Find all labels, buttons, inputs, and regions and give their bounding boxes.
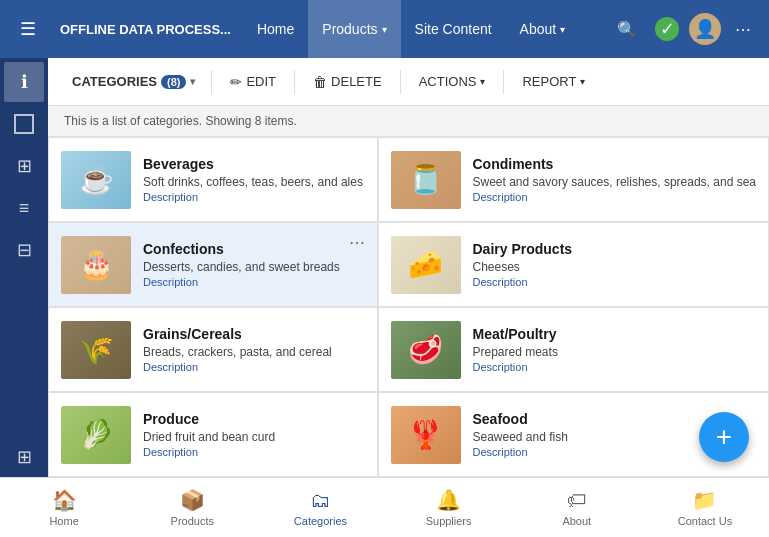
category-info: Condiments Sweet and savory sauces, reli… [473, 156, 757, 203]
category-name: Grains/Cereals [143, 326, 365, 342]
nav-site-content[interactable]: Site Content [401, 0, 506, 58]
tiles-icon: ⊟ [17, 239, 32, 261]
report-button[interactable]: REPORT ▾ [512, 68, 595, 95]
delete-button[interactable]: 🗑 DELETE [303, 68, 392, 96]
fab-button[interactable]: + [699, 412, 749, 462]
hamburger-icon: ☰ [20, 18, 36, 40]
category-info: Grains/Cereals Breads, crackers, pasta, … [143, 326, 365, 373]
bottom-nav-label: Suppliers [426, 515, 472, 527]
info-bar: This is a list of categories. Showing 8 … [48, 106, 769, 137]
category-card[interactable]: 🫙 Condiments Sweet and savory sauces, re… [378, 137, 770, 222]
category-thumbnail: 🎂 [61, 236, 131, 294]
toolbar-separator-3 [400, 70, 401, 94]
sidebar-item-grid[interactable]: ⊞ [4, 146, 44, 186]
hamburger-button[interactable]: ☰ [8, 0, 48, 58]
sidebar-item-apps[interactable]: ⊞ [4, 437, 44, 477]
check-icon: ✓ [655, 17, 679, 41]
category-desc-label: Description [473, 276, 757, 288]
pages-icon [14, 114, 34, 134]
actions-button[interactable]: ACTIONS ▾ [409, 68, 496, 95]
nav-right: 🔍 ✓ 👤 ⋯ [609, 11, 761, 47]
bottom-nav-label: Products [171, 515, 214, 527]
bottom-nav-icon: 🏷 [567, 489, 587, 512]
category-desc-label: Description [143, 276, 365, 288]
category-name: Condiments [473, 156, 757, 172]
category-name: Meat/Poultry [473, 326, 757, 342]
category-info: Beverages Soft drinks, coffees, teas, be… [143, 156, 365, 203]
bottom-nav-icon: 📁 [692, 488, 717, 512]
category-desc-label: Description [473, 191, 757, 203]
category-card[interactable]: 🌾 Grains/Cereals Breads, crackers, pasta… [48, 307, 378, 392]
category-info: Confections Desserts, candies, and sweet… [143, 241, 365, 288]
bottom-nav-icon: 📦 [180, 488, 205, 512]
category-card[interactable]: ☕ Beverages Soft drinks, coffees, teas, … [48, 137, 378, 222]
bottom-nav-item-categories[interactable]: 🗂 Categories [256, 478, 384, 538]
actions-caret: ▾ [480, 76, 485, 87]
search-button[interactable]: 🔍 [609, 11, 645, 47]
edit-icon: ✏ [230, 74, 242, 90]
category-description: Breads, crackers, pasta, and cereal [143, 345, 365, 359]
more-button[interactable]: ⋯ [725, 11, 761, 47]
category-desc-label: Description [143, 361, 365, 373]
bottom-nav-item-about[interactable]: 🏷 About [513, 478, 641, 538]
categories-label: CATEGORIES [72, 74, 157, 89]
bottom-nav-item-home[interactable]: 🏠 Home [0, 478, 128, 538]
sidebar-item-tiles[interactable]: ⊟ [4, 230, 44, 270]
card-menu-button[interactable]: ⋯ [345, 231, 369, 254]
info-icon: ℹ [21, 71, 28, 93]
app-title: OFFLINE DATA PROCESS... [48, 22, 243, 37]
category-info: Meat/Poultry Prepared meats Description [473, 326, 757, 373]
products-caret: ▾ [382, 24, 387, 35]
category-description: Soft drinks, coffees, teas, beers, and a… [143, 175, 365, 189]
edit-button[interactable]: ✏ EDIT [220, 68, 286, 96]
category-card[interactable]: 🧀 Dairy Products Cheeses Description [378, 222, 770, 307]
search-icon: 🔍 [617, 20, 637, 39]
category-info: Dairy Products Cheeses Description [473, 241, 757, 288]
category-desc-label: Description [143, 191, 365, 203]
bottom-nav-item-suppliers[interactable]: 🔔 Suppliers [385, 478, 513, 538]
report-caret: ▾ [580, 76, 585, 87]
toolbar-separator-2 [294, 70, 295, 94]
sidebar-item-list[interactable]: ≡ [4, 188, 44, 228]
category-name: Dairy Products [473, 241, 757, 257]
bottom-nav-item-products[interactable]: 📦 Products [128, 478, 256, 538]
toolbar-separator-4 [503, 70, 504, 94]
nav-home[interactable]: Home [243, 0, 308, 58]
category-thumbnail: 🌾 [61, 321, 131, 379]
main-container: ℹ ⊞ ≡ ⊟ ⊞ CA [0, 58, 769, 477]
bottom-nav-label: Contact Us [678, 515, 732, 527]
sidebar-item-pages[interactable] [4, 104, 44, 144]
category-description: Desserts, candies, and sweet breads [143, 260, 365, 274]
sidebar-item-info[interactable]: ℹ [4, 62, 44, 102]
nav-products[interactable]: Products ▾ [308, 0, 400, 58]
category-desc-label: Description [473, 361, 757, 373]
category-thumbnail: 🥩 [391, 321, 461, 379]
bottom-nav-item-contact-us[interactable]: 📁 Contact Us [641, 478, 769, 538]
category-card[interactable]: 🥩 Meat/Poultry Prepared meats Descriptio… [378, 307, 770, 392]
category-description: Sweet and savory sauces, relishes, sprea… [473, 175, 757, 189]
categories-button[interactable]: CATEGORIES (8) ▾ [64, 68, 203, 95]
category-description: Dried fruit and bean curd [143, 430, 365, 444]
category-card[interactable]: 🥬 Produce Dried fruit and bean curd Desc… [48, 392, 378, 477]
avatar[interactable]: 👤 [689, 13, 721, 45]
bottom-nav-label: About [562, 515, 591, 527]
list-icon: ≡ [19, 198, 30, 219]
more-icon: ⋯ [735, 20, 751, 39]
bottom-nav-icon: 🏠 [52, 488, 77, 512]
bottom-nav-icon: 🔔 [436, 488, 461, 512]
bottom-nav-label: Home [49, 515, 78, 527]
nav-links: Home Products ▾ Site Content About ▾ [243, 0, 609, 58]
content-area: CATEGORIES (8) ▾ ✏ EDIT 🗑 DELETE ACTIONS [48, 58, 769, 477]
category-description: Prepared meats [473, 345, 757, 359]
bottom-navigation: 🏠 Home 📦 Products 🗂 Categories 🔔 Supplie… [0, 477, 769, 537]
category-desc-label: Description [143, 446, 365, 458]
check-button[interactable]: ✓ [649, 11, 685, 47]
sidebar-bottom: ⊞ [4, 437, 44, 477]
categories-badge: (8) [161, 75, 186, 89]
category-thumbnail: 🫙 [391, 151, 461, 209]
sidebar: ℹ ⊞ ≡ ⊟ ⊞ [0, 58, 48, 477]
category-card[interactable]: 🎂 Confections Desserts, candies, and swe… [48, 222, 378, 307]
nav-about[interactable]: About ▾ [506, 0, 580, 58]
apps-icon: ⊞ [17, 446, 32, 468]
category-thumbnail: 🥬 [61, 406, 131, 464]
